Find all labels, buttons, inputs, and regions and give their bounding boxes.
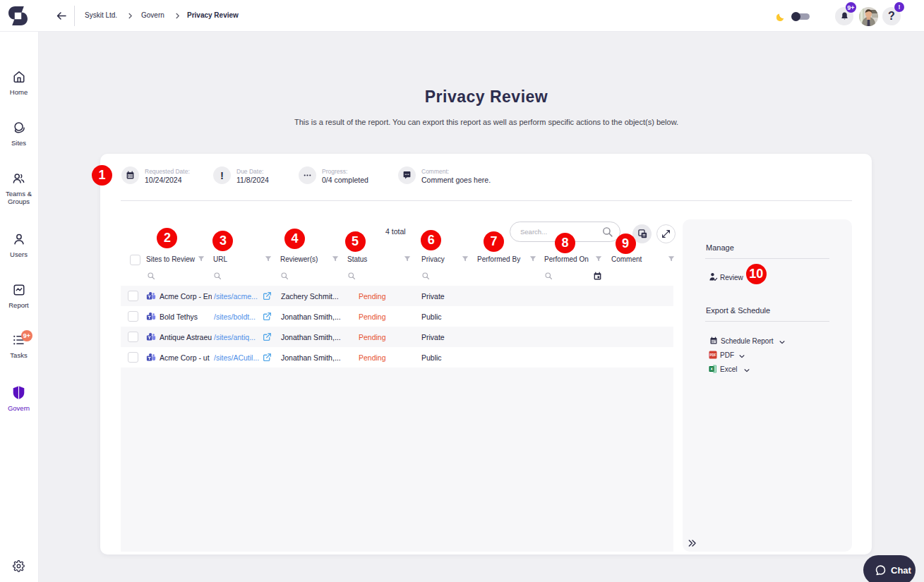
svg-text:PDF: PDF	[710, 353, 716, 357]
svg-text:X: X	[710, 367, 713, 371]
